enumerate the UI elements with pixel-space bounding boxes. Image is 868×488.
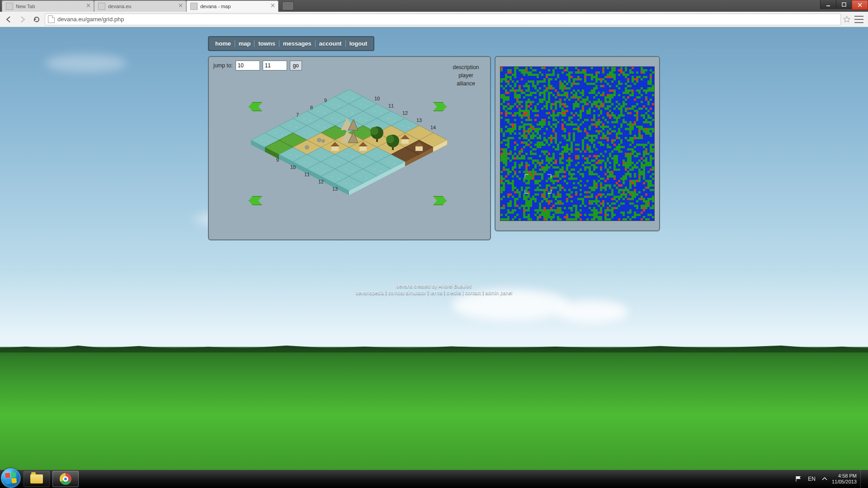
tab-title: devana.eu [108, 4, 131, 9]
chrome-menu-icon[interactable] [854, 16, 863, 23]
axis-label: 13 [416, 117, 422, 123]
axis-label: 8 [310, 105, 313, 110]
close-icon[interactable] [86, 3, 91, 8]
axis-label: 7 [296, 112, 299, 117]
tab-title: New Tab [16, 4, 35, 9]
tray-up-icon[interactable] [821, 475, 828, 483]
tab-title: devana - map [200, 4, 231, 9]
credit-link[interactable]: contact [465, 290, 481, 296]
show-desktop-button[interactable] [860, 470, 866, 488]
nav-account[interactable]: account [316, 38, 345, 49]
windows-taskbar: EN 4:58 PM 11/05/2013 [0, 470, 868, 488]
go-button[interactable]: go [290, 61, 302, 70]
close-icon[interactable] [271, 3, 275, 8]
nav-towns[interactable]: towns [255, 38, 279, 49]
taskbar-chrome-button[interactable] [52, 471, 79, 487]
nav-map[interactable]: map [235, 38, 255, 49]
clock-date: 11/05/2013 [832, 479, 857, 485]
browser-window: New Tab devana.eu devana - map devana.eu… [0, 0, 868, 27]
credit-link[interactable]: credits [447, 290, 461, 296]
axis-label: 12 [402, 110, 408, 116]
page-icon [48, 15, 55, 23]
axis-label: 14 [430, 125, 436, 130]
axis-label: 11 [304, 172, 310, 177]
minimap-panel [495, 56, 660, 231]
window-close-button[interactable] [852, 0, 868, 10]
taskbar-explorer-button[interactable] [24, 471, 50, 487]
axis-label: 10 [290, 164, 296, 170]
axis-label: 9 [276, 157, 279, 163]
url-text: devana.eu/game/grid.php [57, 16, 124, 23]
back-button[interactable] [3, 14, 14, 25]
axis-label: 11 [388, 103, 394, 108]
isometric-grid-canvas[interactable] [213, 77, 485, 230]
system-tray: EN 4:58 PM 11/05/2013 [795, 470, 868, 488]
jump-y-input[interactable] [263, 61, 287, 70]
start-button[interactable] [1, 468, 21, 488]
tray-clock[interactable]: 4:58 PM 11/05/2013 [832, 473, 857, 484]
address-bar[interactable]: devana.eu/game/grid.php [45, 14, 841, 25]
credit-link[interactable]: devanopedia [356, 290, 384, 296]
info-description: description [453, 63, 479, 71]
bookmark-star-icon[interactable] [843, 16, 850, 23]
tray-flag-icon[interactable] [795, 475, 802, 483]
favicon [6, 3, 13, 10]
axis-label: 13 [332, 186, 338, 192]
folder-icon [30, 474, 43, 483]
clock-time: 4:58 PM [832, 473, 857, 479]
browser-tab[interactable]: devana.eu [94, 0, 186, 12]
jump-x-input[interactable] [236, 61, 260, 70]
browser-tab[interactable]: New Tab [2, 0, 94, 12]
browser-toolbar: devana.eu/game/grid.php [0, 12, 868, 27]
window-minimize-button[interactable] [820, 0, 836, 9]
language-indicator[interactable]: EN [806, 475, 817, 483]
minimap-canvas[interactable] [500, 66, 655, 221]
axis-label: 12 [318, 179, 324, 184]
isometric-map-area[interactable]: 1413121110987910111213 [213, 77, 486, 236]
credit-link[interactable]: terms [430, 290, 443, 296]
tabstrip: New Tab devana.eu devana - map [0, 0, 868, 12]
axis-label: 9 [324, 98, 327, 103]
axis-label: 10 [374, 96, 380, 101]
reload-button[interactable] [31, 14, 42, 25]
new-tab-button[interactable] [282, 1, 294, 10]
browser-tab[interactable]: devana - map [186, 0, 278, 12]
window-maximize-button[interactable] [836, 0, 852, 9]
favicon [98, 3, 105, 10]
credit-link[interactable]: combat simulator [388, 290, 426, 296]
nav-logout[interactable]: logout [346, 38, 371, 49]
favicon [190, 3, 198, 10]
game-container: homemaptownsmessagesaccountlogout jump t… [208, 36, 660, 240]
svg-rect-1 [842, 3, 846, 6]
credits-line: devana created by Andrei Busuioc [208, 283, 660, 290]
close-icon[interactable] [179, 3, 183, 8]
nav-messages[interactable]: messages [279, 38, 315, 49]
game-navbar: homemaptownsmessagesaccountlogout [208, 36, 374, 51]
jump-to-label: jump to: [213, 62, 233, 69]
chrome-icon [60, 473, 71, 485]
forward-button[interactable] [17, 14, 28, 25]
credit-link[interactable]: admin panel [485, 290, 512, 296]
nav-home[interactable]: home [212, 38, 235, 49]
footer-credits: devana created by Andrei Busuioc devanop… [208, 283, 660, 297]
map-panel: jump to: go description player alliance … [208, 56, 491, 240]
